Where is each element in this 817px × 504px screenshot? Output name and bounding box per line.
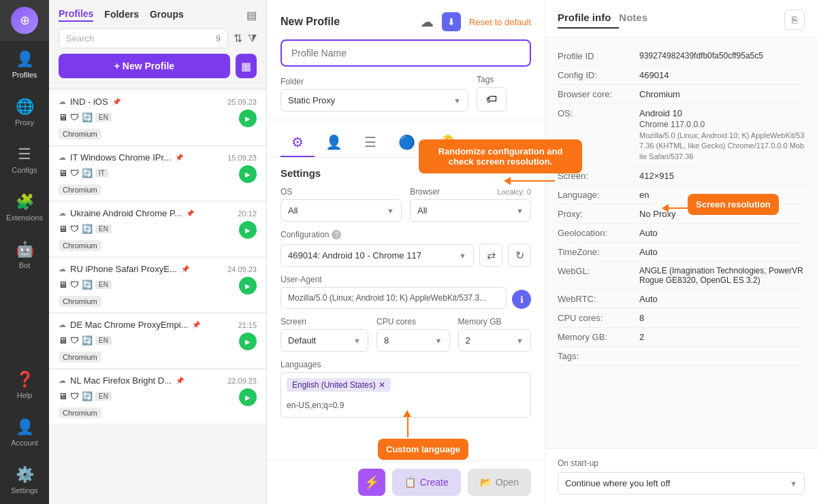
timezone-key: TimeZone:	[558, 247, 639, 257]
list-item[interactable]: ☁ RU iPhone Safari ProxyE... 📌 24.09.23 …	[49, 258, 266, 313]
help-icon: ❓	[16, 371, 34, 388]
lightning-button[interactable]: ⚡	[358, 469, 385, 496]
cpu-label: CPU cores	[377, 317, 450, 326]
tab-profiles[interactable]: Profiles	[59, 8, 93, 22]
list-item[interactable]: ☁ IT Windows Chrome IPr... 📌 15.09.23 🖥 …	[49, 147, 266, 201]
form-header: New Profile ☁ ⬇ Reset to default	[281, 12, 531, 31]
new-profile-row: + New Profile ▦	[59, 54, 257, 80]
cloud-icon[interactable]: ☁	[420, 14, 434, 30]
help-icon[interactable]: ?	[332, 230, 341, 239]
import-icon[interactable]: ⬇	[442, 12, 461, 31]
play-button[interactable]: ▶	[239, 110, 257, 127]
tags-button[interactable]: 🏷	[477, 87, 507, 112]
sidebar-item-account[interactable]: 👤 Account	[0, 409, 49, 456]
tab-profile-info[interactable]: Profile info	[558, 12, 619, 29]
form-tab-settings[interactable]: ⚙	[281, 129, 315, 157]
open-button[interactable]: 📂 Open	[468, 469, 531, 496]
tags-label: Tags	[477, 75, 531, 84]
folder-select[interactable]: Static Proxy ▼	[281, 89, 468, 112]
browser-select[interactable]: All ▼	[410, 199, 531, 222]
chevron-down-icon: ▼	[459, 252, 466, 260]
new-profile-button[interactable]: + New Profile	[59, 54, 230, 78]
browser-badge: Chromium	[59, 352, 101, 363]
list-item[interactable]: ☁ DE Mac Chrome ProxyEmpi... 📌 21:15 🖥 🛡…	[49, 314, 266, 369]
form-tab-circle[interactable]: 🔵	[387, 129, 426, 157]
webgl-row: WebGL: ANGLE (Imagination Technologies, …	[558, 262, 805, 290]
right-panel: Profile info Notes ⎘ Profile ID 93927498…	[545, 0, 817, 504]
play-button[interactable]: ▶	[239, 165, 257, 183]
startup-select[interactable]: Continue where you left off ▼	[558, 472, 805, 494]
sidebar-item-help[interactable]: ❓ Help	[0, 361, 49, 409]
play-button[interactable]: ▶	[239, 221, 257, 239]
profile-id-value: 939274982439fdfb0fa50cff95a5c5	[639, 51, 805, 61]
info-icon[interactable]: ℹ	[512, 290, 531, 309]
copy-button[interactable]: ⎘	[784, 10, 805, 30]
tab-folders[interactable]: Folders	[104, 9, 139, 21]
browser-badge: Chromium	[59, 184, 101, 195]
list-item[interactable]: ☁ Ukraine Android Chrome P... 📌 20:12 🖥 …	[49, 203, 266, 257]
os-label: OS	[281, 187, 402, 197]
play-button[interactable]: ▶	[239, 277, 257, 295]
reset-link[interactable]: Reset to default	[469, 17, 531, 27]
config-select[interactable]: 469014: Android 10 - Chrome 117 ▼	[281, 244, 474, 267]
tab-notes[interactable]: Notes	[619, 12, 656, 29]
form-tab-user[interactable]: 👤	[315, 129, 353, 157]
create-button[interactable]: 📋 Create	[392, 469, 461, 496]
sidebar-item-settings[interactable]: ⚙️ Settings	[0, 456, 49, 504]
sidebar-item-configs[interactable]: ☰ Configs	[0, 136, 49, 184]
profile-date: 15.09.23	[227, 154, 257, 162]
profile-name: IND - iOS	[70, 97, 108, 107]
sidebar-item-label: Profiles	[12, 71, 37, 79]
chevron-down-icon: ▼	[387, 207, 394, 215]
list-item[interactable]: ☁ IND - iOS 📌 25.09.23 🖥 🛡 🔄 EN ▶ Chromi…	[49, 91, 266, 146]
user-tab-icon: 👤	[325, 134, 342, 150]
sidebar-item-bot[interactable]: 🤖 Bot	[0, 231, 49, 279]
os-select[interactable]: All ▼	[281, 199, 402, 222]
language-input[interactable]	[287, 399, 525, 411]
profile-icons: 🖥 🛡 🔄 EN	[59, 112, 112, 122]
chevron-down-icon: ▼	[516, 207, 524, 215]
profile-name-input[interactable]	[281, 39, 531, 67]
config-label: Configuration ?	[281, 230, 531, 239]
config-id-key: Config ID:	[558, 70, 639, 80]
new-profile-small-button[interactable]: ▦	[236, 54, 257, 78]
play-button[interactable]: ▶	[239, 333, 257, 350]
geolocation-row: Geolocation: Auto	[558, 224, 805, 243]
list-item[interactable]: ☁ NL Mac Firefox Bright D... 📌 22.09.23 …	[49, 370, 266, 424]
profile-badge: IT	[95, 169, 108, 178]
refresh-button[interactable]: ↻	[508, 243, 531, 267]
memory-select[interactable]: 2 ▼	[458, 329, 532, 352]
sidebar-item-proxy[interactable]: 🌐 Proxy	[0, 88, 49, 136]
cpu-select[interactable]: 8 ▼	[377, 329, 450, 352]
sidebar-logo: ⊕	[0, 0, 49, 41]
screen-select[interactable]: Default ▼	[281, 329, 368, 352]
memory-gb-value: 2	[639, 332, 805, 342]
form-tab-list[interactable]: ☰	[353, 129, 387, 157]
app-logo: ⊕	[11, 7, 38, 34]
sidebar-item-profiles[interactable]: 👤 Profiles	[0, 41, 49, 88]
useragent-input[interactable]: Mozilla/5.0 (Linux; Android 10; K) Apple…	[281, 287, 507, 309]
language-tag[interactable]: English (United States) ✕	[287, 378, 391, 392]
screen-field: Screen Default ▼	[281, 317, 368, 352]
configs-icon: ☰	[18, 146, 31, 163]
profile-badge: EN	[95, 336, 112, 345]
profile-badge: EN	[95, 113, 112, 122]
filter-icon[interactable]: ⧩	[248, 33, 257, 45]
play-button[interactable]: ▶	[239, 388, 257, 406]
sort-icon[interactable]: ⇅	[234, 32, 242, 45]
tab-groups[interactable]: Groups	[150, 9, 184, 21]
memory-field: Memory GB 2 ▼	[458, 317, 532, 352]
profile-icons: 🖥 🛡 🔄 EN	[59, 335, 112, 346]
languages-box[interactable]: English (United States) ✕	[281, 372, 531, 418]
startup-value: Continue where you left off	[565, 478, 670, 488]
profile-date: 21:15	[238, 321, 257, 329]
language-tag-close[interactable]: ✕	[379, 380, 385, 390]
layout-toggle-icon[interactable]: ▤	[246, 9, 257, 22]
profile-date: 20:12	[238, 209, 257, 218]
sidebar-item-extensions[interactable]: 🧩 Extensions	[0, 184, 49, 231]
browser-label: Browser Localcy: 0	[410, 187, 531, 197]
form-tab-key[interactable]: 🔑	[426, 129, 465, 157]
os-browser-row: OS All ▼ Browser Localcy: 0 All ▼	[281, 187, 531, 222]
randomize-button[interactable]: ⇄	[479, 243, 502, 267]
search-box[interactable]: Search 9	[59, 29, 228, 48]
